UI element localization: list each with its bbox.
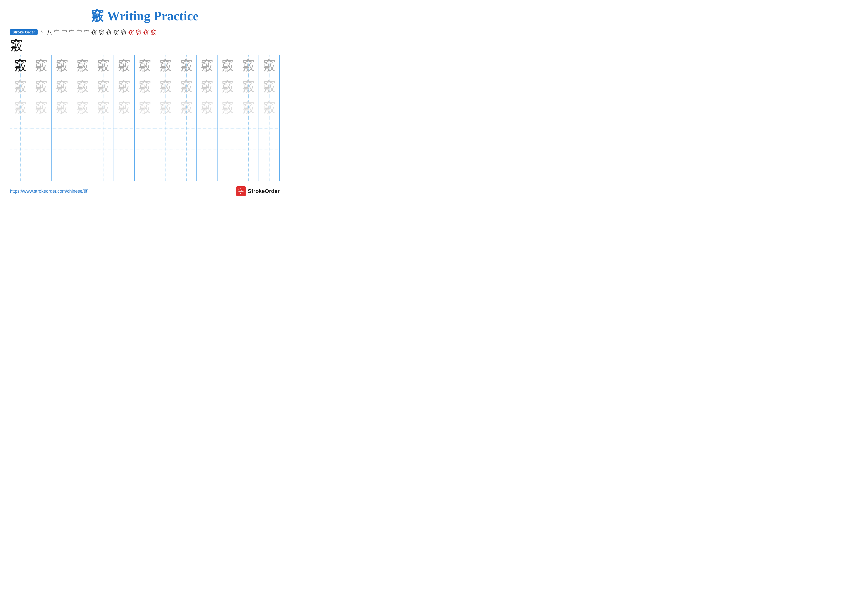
grid-cell-4-5[interactable] xyxy=(93,118,114,139)
grid-cell-1-8[interactable]: 竅 xyxy=(155,55,176,76)
footer-url[interactable]: https://www.strokeorder.com/chinese/竅 xyxy=(10,188,88,194)
page-title: 竅 Writing Practice xyxy=(10,8,280,25)
grid-cell-4-7[interactable] xyxy=(135,118,155,139)
grid-cell-6-5[interactable] xyxy=(93,160,114,181)
grid-row-6 xyxy=(10,160,279,181)
stroke-order-badge: Stroke Order xyxy=(10,29,37,35)
grid-cell-3-13[interactable]: 竅 xyxy=(259,97,279,118)
grid-cell-4-13[interactable] xyxy=(259,118,279,139)
grid-cell-2-4[interactable]: 竅 xyxy=(72,76,93,97)
grid-cell-3-3[interactable]: 竅 xyxy=(52,97,73,118)
grid-cell-5-8[interactable] xyxy=(155,139,176,160)
grid-cell-2-13[interactable]: 竅 xyxy=(259,76,279,97)
grid-cell-1-11[interactable]: 竅 xyxy=(217,55,238,76)
grid-cell-5-12[interactable] xyxy=(238,139,259,160)
grid-cell-5-3[interactable] xyxy=(52,139,73,160)
grid-cell-5-13[interactable] xyxy=(259,139,279,160)
grid-cell-2-5[interactable]: 竅 xyxy=(93,76,114,97)
grid-cell-2-11[interactable]: 竅 xyxy=(217,76,238,97)
grid-cell-6-3[interactable] xyxy=(52,160,73,181)
grid-cell-1-2[interactable]: 竅 xyxy=(31,55,52,76)
grid-cell-6-6[interactable] xyxy=(114,160,135,181)
stroke-step-6: 宀 xyxy=(76,30,82,35)
footer: https://www.strokeorder.com/chinese/竅 字 … xyxy=(10,186,280,196)
grid-cell-4-11[interactable] xyxy=(217,118,238,139)
grid-cell-5-11[interactable] xyxy=(217,139,238,160)
grid-cell-4-8[interactable] xyxy=(155,118,176,139)
grid-cell-6-9[interactable] xyxy=(176,160,197,181)
stroke-step-1: 丶 xyxy=(39,30,45,35)
grid-cell-4-3[interactable] xyxy=(52,118,73,139)
grid-cell-6-13[interactable] xyxy=(259,160,279,181)
stroke-step-2: 八 xyxy=(46,30,53,35)
grid-cell-2-6[interactable]: 竅 xyxy=(114,76,135,97)
grid-row-5 xyxy=(10,139,279,160)
grid-cell-6-11[interactable] xyxy=(217,160,238,181)
grid-cell-6-7[interactable] xyxy=(135,160,155,181)
grid-row-2: 竅 竅 竅 竅 竅 竅 竅 竅 竅 竅 竅 竅 竅 xyxy=(10,76,279,97)
char-display: 竅 xyxy=(10,38,280,53)
grid-cell-3-9[interactable]: 竅 xyxy=(176,97,197,118)
grid-cell-5-4[interactable] xyxy=(72,139,93,160)
grid-cell-3-1[interactable]: 竅 xyxy=(10,97,31,118)
grid-cell-1-1[interactable]: 竅 xyxy=(10,55,31,76)
practice-grid: 竅 竅 竅 竅 竅 竅 竅 竅 竅 竅 竅 竅 竅 竅 竅 竅 竅 竅 竅 竅 … xyxy=(10,55,280,181)
grid-cell-5-2[interactable] xyxy=(31,139,52,160)
grid-cell-1-10[interactable]: 竅 xyxy=(197,55,217,76)
grid-cell-3-5[interactable]: 竅 xyxy=(93,97,114,118)
grid-cell-2-12[interactable]: 竅 xyxy=(238,76,259,97)
stroke-step-8: 窃 xyxy=(91,30,97,35)
grid-cell-5-7[interactable] xyxy=(135,139,155,160)
stroke-step-16: 竅 xyxy=(150,30,157,35)
grid-cell-4-6[interactable] xyxy=(114,118,135,139)
grid-cell-2-2[interactable]: 竅 xyxy=(31,76,52,97)
grid-cell-3-6[interactable]: 竅 xyxy=(114,97,135,118)
grid-cell-1-13[interactable]: 竅 xyxy=(259,55,279,76)
grid-cell-1-7[interactable]: 竅 xyxy=(135,55,155,76)
grid-cell-2-9[interactable]: 竅 xyxy=(176,76,197,97)
grid-cell-6-10[interactable] xyxy=(197,160,217,181)
grid-cell-3-2[interactable]: 竅 xyxy=(31,97,52,118)
grid-cell-2-3[interactable]: 竅 xyxy=(52,76,73,97)
grid-cell-1-6[interactable]: 竅 xyxy=(114,55,135,76)
grid-cell-2-8[interactable]: 竅 xyxy=(155,76,176,97)
grid-cell-3-8[interactable]: 竅 xyxy=(155,97,176,118)
grid-row-1: 竅 竅 竅 竅 竅 竅 竅 竅 竅 竅 竅 竅 竅 xyxy=(10,55,279,76)
grid-cell-1-12[interactable]: 竅 xyxy=(238,55,259,76)
stroke-step-5: 宀 xyxy=(69,30,75,35)
grid-cell-1-3[interactable]: 竅 xyxy=(52,55,73,76)
grid-cell-2-7[interactable]: 竅 xyxy=(135,76,155,97)
grid-cell-3-11[interactable]: 竅 xyxy=(217,97,238,118)
strokeorder-logo-icon: 字 xyxy=(236,186,246,196)
grid-cell-6-8[interactable] xyxy=(155,160,176,181)
grid-cell-4-9[interactable] xyxy=(176,118,197,139)
grid-cell-4-2[interactable] xyxy=(31,118,52,139)
grid-cell-1-9[interactable]: 竅 xyxy=(176,55,197,76)
grid-cell-6-1[interactable] xyxy=(10,160,31,181)
grid-cell-1-4[interactable]: 竅 xyxy=(72,55,93,76)
grid-cell-6-2[interactable] xyxy=(31,160,52,181)
grid-cell-3-10[interactable]: 竅 xyxy=(197,97,217,118)
grid-cell-3-7[interactable]: 竅 xyxy=(135,97,155,118)
stroke-step-4: 宀 xyxy=(61,30,67,35)
grid-cell-5-6[interactable] xyxy=(114,139,135,160)
stroke-step-12: 窃 xyxy=(121,30,127,35)
grid-cell-3-4[interactable]: 竅 xyxy=(72,97,93,118)
grid-cell-5-1[interactable] xyxy=(10,139,31,160)
grid-cell-5-10[interactable] xyxy=(197,139,217,160)
grid-cell-1-5[interactable]: 竅 xyxy=(93,55,114,76)
grid-cell-5-9[interactable] xyxy=(176,139,197,160)
grid-row-4 xyxy=(10,118,279,139)
grid-cell-6-4[interactable] xyxy=(72,160,93,181)
grid-row-3: 竅 竅 竅 竅 竅 竅 竅 竅 竅 竅 竅 竅 竅 xyxy=(10,97,279,118)
grid-cell-2-1[interactable]: 竅 xyxy=(10,76,31,97)
stroke-step-3: 宀 xyxy=(54,30,60,35)
grid-cell-4-1[interactable] xyxy=(10,118,31,139)
grid-cell-3-12[interactable]: 竅 xyxy=(238,97,259,118)
grid-cell-5-5[interactable] xyxy=(93,139,114,160)
grid-cell-4-10[interactable] xyxy=(197,118,217,139)
grid-cell-4-12[interactable] xyxy=(238,118,259,139)
grid-cell-4-4[interactable] xyxy=(72,118,93,139)
grid-cell-6-12[interactable] xyxy=(238,160,259,181)
grid-cell-2-10[interactable]: 竅 xyxy=(197,76,217,97)
